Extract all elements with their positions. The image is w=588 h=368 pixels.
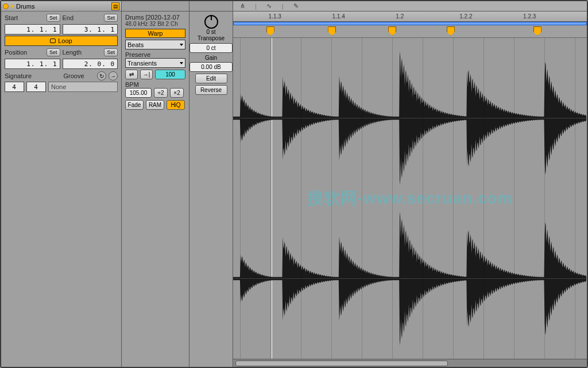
fade-button[interactable]: Fade bbox=[125, 100, 144, 110]
horizontal-scrollbar[interactable] bbox=[233, 359, 587, 367]
loop-button[interactable]: Loop bbox=[5, 36, 118, 46]
preserve-label: Preserve bbox=[125, 51, 185, 58]
set-length-button[interactable]: Set bbox=[104, 48, 118, 56]
clip-titlebar: Drums ▤ bbox=[1, 1, 121, 12]
hiq-button[interactable]: HiQ bbox=[167, 100, 185, 110]
sample-filename[interactable]: Drums [2020-12-07 bbox=[125, 14, 185, 21]
gain-value[interactable]: 0.00 dB bbox=[189, 62, 233, 72]
fold-button[interactable]: ▤ bbox=[111, 2, 119, 10]
pencil-tool[interactable]: ✎ bbox=[291, 2, 302, 10]
loop-end-button[interactable]: →| bbox=[140, 70, 153, 79]
groove-selector[interactable]: None bbox=[48, 82, 118, 92]
position-label: Position bbox=[5, 49, 27, 56]
envelope-tool[interactable]: ∿ bbox=[264, 2, 275, 10]
bpm-label: BPM bbox=[125, 81, 185, 88]
bpm-half-button[interactable]: ÷2 bbox=[154, 88, 168, 98]
set-start-button[interactable]: Set bbox=[47, 14, 60, 22]
wave-channel-left bbox=[233, 38, 587, 198]
end-label: End bbox=[63, 14, 74, 21]
app-root: Drums ▤ StartSet EndSet 1. 1. 1 3. 1. 1 … bbox=[0, 0, 588, 368]
sample-toolbar: ⋔ | ∿ | ✎ bbox=[233, 1, 587, 12]
transpose-knob[interactable] bbox=[204, 15, 218, 29]
chevron-down-icon bbox=[180, 62, 183, 64]
start-label: Start bbox=[5, 14, 18, 21]
clip-panel: Drums ▤ StartSet EndSet 1. 1. 1 3. 1. 1 … bbox=[1, 1, 122, 367]
set-end-button[interactable]: Set bbox=[104, 14, 118, 22]
scrollbar-thumb[interactable] bbox=[235, 361, 448, 366]
groove-label: Groove bbox=[64, 72, 95, 79]
clip-activator-icon[interactable] bbox=[3, 3, 9, 9]
clip-name[interactable]: Drums bbox=[16, 3, 109, 10]
warp-marker[interactable] bbox=[266, 26, 274, 36]
warp-marker[interactable] bbox=[533, 26, 541, 36]
warp-markers-lane[interactable] bbox=[233, 25, 587, 38]
sig-numerator[interactable]: 4 bbox=[5, 82, 24, 92]
signature-label: Signature bbox=[5, 72, 61, 79]
detune-value[interactable]: 0 ct bbox=[189, 43, 233, 53]
set-position-button[interactable]: Set bbox=[47, 48, 60, 56]
waveform-panel: ⋔ | ∿ | ✎ 1.1.3 1.1.4 1.2 1.2.2 1.2.3 搜软… bbox=[233, 1, 587, 367]
transpose-label: Transpose bbox=[189, 35, 233, 41]
preserve-mode-select[interactable]: Transients bbox=[125, 58, 185, 68]
play-icon bbox=[11, 4, 14, 9]
ram-button[interactable]: RAM bbox=[146, 100, 164, 110]
end-value[interactable]: 3. 1. 1 bbox=[63, 24, 118, 34]
loop-mode-button[interactable]: ⇄ bbox=[125, 70, 138, 79]
position-value[interactable]: 1. 1. 1 bbox=[5, 59, 60, 69]
edit-button[interactable]: Edit bbox=[195, 74, 227, 83]
warp-marker[interactable] bbox=[388, 26, 396, 36]
reverse-button[interactable]: Reverse bbox=[195, 85, 227, 95]
bpm-value[interactable]: 105.00 bbox=[125, 88, 152, 98]
warp-button[interactable]: Warp bbox=[125, 29, 185, 38]
ruler[interactable]: 1.1.3 1.1.4 1.2 1.2.2 1.2.3 bbox=[233, 12, 587, 22]
warp-mode-select[interactable]: Beats bbox=[125, 40, 185, 49]
sig-denominator[interactable]: 4 bbox=[26, 82, 46, 92]
transient-tool[interactable]: ⋔ bbox=[237, 2, 248, 10]
controls-panel: 0 st Transpose 0 ct Gain 0.00 dB Edit Re… bbox=[189, 1, 233, 367]
grain-value[interactable]: 100 bbox=[155, 70, 185, 79]
length-label: Length bbox=[63, 49, 82, 56]
warp-marker[interactable] bbox=[447, 26, 455, 36]
start-value[interactable]: 1. 1. 1 bbox=[5, 24, 60, 34]
warp-marker[interactable] bbox=[328, 26, 336, 36]
length-value[interactable]: 2. 0. 0 bbox=[63, 59, 118, 69]
waveform-display[interactable]: 搜软网-www.secruan.com bbox=[233, 38, 587, 359]
sample-info: 48.0 kHz 32 Bit 2 Ch bbox=[125, 21, 185, 27]
gain-label: Gain bbox=[189, 55, 233, 61]
sample-panel: Drums [2020-12-07 48.0 kHz 32 Bit 2 Ch W… bbox=[122, 1, 189, 367]
bpm-double-button[interactable]: ×2 bbox=[170, 88, 184, 98]
wave-channel-right bbox=[233, 198, 587, 359]
groove-commit-button[interactable]: → bbox=[109, 71, 118, 80]
chevron-down-icon bbox=[180, 44, 183, 46]
transpose-value: 0 st bbox=[189, 29, 233, 35]
groove-hot-swap-button[interactable]: ↻ bbox=[97, 71, 106, 80]
loop-icon bbox=[50, 39, 56, 43]
